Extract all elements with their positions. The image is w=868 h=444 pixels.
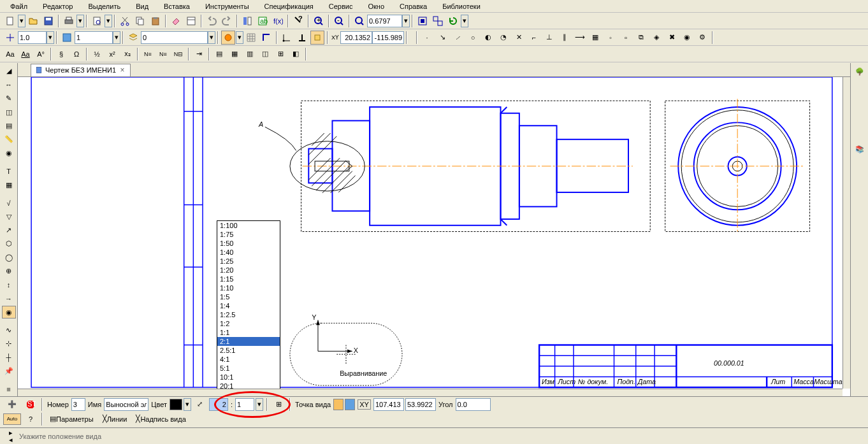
- tt1-icon[interactable]: Aa: [3, 47, 17, 61]
- tab-caption[interactable]: ╳ Надпись вида: [133, 412, 189, 426]
- edit-icon[interactable]: ◫: [2, 106, 16, 118]
- step-input[interactable]: [18, 31, 47, 44]
- rough-icon[interactable]: √: [2, 197, 16, 209]
- pt2-swatch[interactable]: [345, 399, 355, 410]
- arrow-icon[interactable]: →: [2, 292, 16, 304]
- perp-icon[interactable]: [295, 31, 309, 45]
- snap-ins-icon[interactable]: ▫: [619, 31, 633, 45]
- tbl3-icon[interactable]: ▥: [243, 47, 257, 61]
- geo-icon[interactable]: ◢: [2, 65, 16, 77]
- snap-quad-icon[interactable]: ◔: [496, 31, 510, 45]
- rpanel-tree-icon[interactable]: 🌳: [853, 64, 867, 78]
- n3-icon[interactable]: N⊟: [171, 47, 185, 61]
- step-dropdown[interactable]: ▾: [47, 31, 54, 44]
- snap-perp-icon[interactable]: ⊥: [542, 31, 556, 45]
- tab-params[interactable]: ▤ Параметры: [47, 412, 97, 426]
- omega-icon[interactable]: Ω: [69, 47, 83, 61]
- menu-editor[interactable]: Редактор: [35, 1, 80, 11]
- tt3-icon[interactable]: A°: [34, 47, 48, 61]
- tbl4-icon[interactable]: ◫: [258, 47, 272, 61]
- sel-icon[interactable]: ◉: [2, 147, 16, 159]
- menu-file[interactable]: Файл: [3, 1, 35, 11]
- imya-input[interactable]: [104, 398, 148, 411]
- rpanel-lib-icon[interactable]: 📚: [853, 142, 867, 156]
- save-icon[interactable]: [41, 14, 55, 28]
- angle-input[interactable]: [456, 398, 491, 411]
- snap-point-icon[interactable]: ·: [420, 31, 434, 45]
- menu-view[interactable]: Вид: [128, 1, 156, 11]
- menu-help[interactable]: Справка: [392, 1, 435, 11]
- tol-icon[interactable]: ⊕: [2, 265, 16, 277]
- color-swatch[interactable]: [170, 399, 182, 410]
- snap-align-icon[interactable]: ⧉: [634, 31, 648, 45]
- zoom-dropdown[interactable]: ▾: [402, 15, 410, 27]
- state-icon[interactable]: [60, 31, 74, 45]
- sb-icon1[interactable]: ▸: [4, 429, 17, 436]
- undo-icon[interactable]: [205, 14, 219, 28]
- menu-window[interactable]: Окно: [360, 1, 392, 11]
- tt2-icon[interactable]: Aa: [18, 47, 33, 61]
- view-num-dropdown[interactable]: ▾: [113, 31, 120, 44]
- multi-icon[interactable]: ≡: [2, 383, 16, 396]
- drawing-canvas[interactable]: A: [18, 77, 843, 389]
- spec-icon[interactable]: §: [54, 47, 68, 61]
- snap-grid-icon[interactable]: ▦: [588, 31, 602, 45]
- point-y-input[interactable]: [405, 398, 436, 411]
- zoom-in-icon[interactable]: +: [312, 14, 326, 28]
- coord-icon[interactable]: [280, 31, 294, 45]
- coord-x[interactable]: [340, 31, 372, 44]
- cut-line-icon[interactable]: ↕: [2, 279, 16, 291]
- snap-x-icon[interactable]: ✖: [665, 31, 679, 45]
- snap-node-icon[interactable]: ◦: [604, 31, 618, 45]
- snap-app-icon[interactable]: ◈: [649, 31, 663, 45]
- leader-icon[interactable]: ↗: [2, 224, 16, 236]
- apply-icon[interactable]: ➕: [5, 401, 19, 408]
- menu-spec[interactable]: Спецификация: [257, 1, 321, 11]
- snap-obj-icon[interactable]: ◉: [680, 31, 694, 45]
- mark-icon[interactable]: ⬡: [2, 238, 16, 250]
- detail-view-icon[interactable]: ◉: [2, 306, 16, 318]
- snap-enable-icon[interactable]: [310, 31, 324, 45]
- xy-lock-icon[interactable]: ⊞: [271, 397, 286, 412]
- tbl6-icon[interactable]: ◧: [289, 47, 303, 61]
- tab-close-icon[interactable]: ×: [119, 66, 126, 74]
- paste-icon[interactable]: [148, 14, 163, 28]
- nomer-input[interactable]: [71, 398, 85, 411]
- snap-int-icon[interactable]: ✕: [512, 31, 526, 45]
- menu-select[interactable]: Выделить: [80, 1, 128, 11]
- open-icon[interactable]: [26, 14, 40, 28]
- help2-icon[interactable]: ?: [24, 412, 38, 426]
- meas-icon[interactable]: 📏: [2, 133, 16, 145]
- fx-icon[interactable]: f(x): [271, 14, 285, 28]
- autoaxis-icon[interactable]: ⊹: [2, 338, 16, 350]
- scale-icon[interactable]: ⤢: [193, 397, 207, 412]
- sb-icon2[interactable]: ◂: [4, 436, 17, 443]
- snap-near-icon[interactable]: ↘: [435, 31, 449, 45]
- menu-tools[interactable]: Инструменты: [198, 1, 257, 11]
- sub-icon[interactable]: x₂: [120, 47, 134, 61]
- tab-icon[interactable]: ⇥: [192, 47, 206, 61]
- preview-dropdown[interactable]: ▾: [105, 15, 112, 27]
- coord-y[interactable]: [372, 31, 404, 44]
- stop-icon[interactable]: STOP: [24, 397, 38, 412]
- layer-icon[interactable]: [126, 31, 140, 45]
- grid-icon[interactable]: [244, 31, 258, 45]
- layer-dropdown[interactable]: ▾: [208, 31, 215, 44]
- toggle1-dropdown[interactable]: ▾: [236, 31, 243, 44]
- snap-mid-icon[interactable]: ⟋: [451, 31, 465, 45]
- tab-lines[interactable]: ╳ Линии: [99, 412, 131, 426]
- scrollbar-horizontal[interactable]: [18, 389, 843, 396]
- zoom-fit-icon[interactable]: [416, 14, 430, 28]
- menu-insert[interactable]: Вставка: [156, 1, 198, 11]
- menu-libraries[interactable]: Библиотеки: [435, 1, 488, 11]
- n2-icon[interactable]: N≡: [156, 47, 170, 61]
- tbl1-icon[interactable]: ▤: [212, 47, 226, 61]
- zoom-input[interactable]: [367, 15, 402, 27]
- param-icon[interactable]: ▤: [2, 120, 16, 132]
- redo-icon[interactable]: [220, 14, 234, 28]
- refresh-dropdown[interactable]: ▾: [461, 15, 468, 27]
- sup-icon[interactable]: x²: [105, 47, 119, 61]
- refresh-icon[interactable]: [446, 14, 460, 28]
- copy-icon[interactable]: [133, 14, 147, 28]
- table-icon[interactable]: ▦: [2, 178, 16, 190]
